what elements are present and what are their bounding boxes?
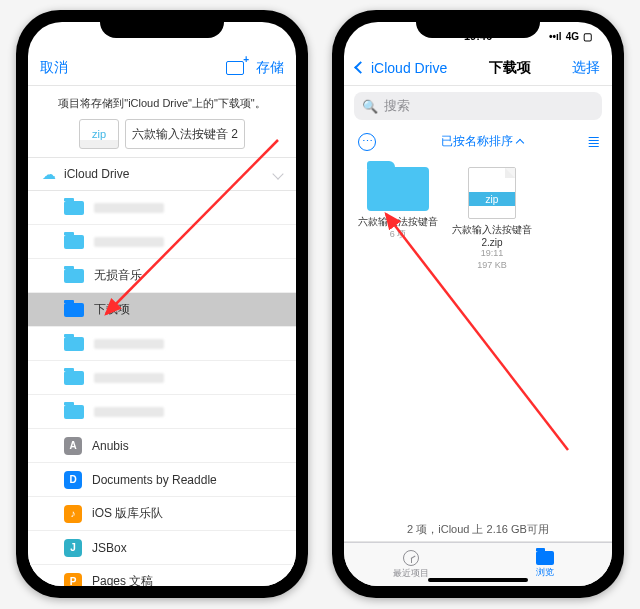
folder-row[interactable] — [28, 395, 296, 429]
save-button[interactable]: 存储 — [256, 59, 284, 77]
sort-toolbar: ⋯ 已按名称排序 ≣ — [344, 126, 612, 159]
folder-icon — [64, 201, 84, 215]
status-indicators: ••ıl 4G ▢ — [549, 31, 592, 42]
grid-folder[interactable]: 六款输入法按键音6 项 — [358, 167, 438, 241]
folder-icon — [64, 337, 84, 351]
search-input[interactable]: 🔍 搜索 — [354, 92, 602, 120]
search-placeholder: 搜索 — [384, 97, 410, 115]
sort-button[interactable]: 已按名称排序 — [441, 133, 523, 150]
folder-row[interactable] — [28, 191, 296, 225]
cloud-icon: ☁ — [42, 166, 56, 182]
back-button[interactable]: iCloud Drive — [356, 60, 447, 76]
app-icon: A — [64, 437, 82, 455]
row-label: 无损音乐 — [94, 267, 142, 284]
home-indicator — [428, 578, 528, 582]
zip-file-icon: zip — [468, 167, 516, 219]
storage-summary: 2 项，iCloud 上 2.16 GB可用 — [344, 516, 612, 542]
row-label — [94, 237, 164, 247]
new-folder-icon[interactable] — [226, 61, 244, 75]
folder-icon — [64, 303, 84, 317]
cancel-button[interactable]: 取消 — [40, 59, 68, 77]
sort-label-text: 已按名称排序 — [441, 133, 513, 150]
select-button[interactable]: 选择 — [572, 59, 600, 77]
folder-icon — [64, 235, 84, 249]
page-title: 下载项 — [447, 59, 572, 77]
phone-right: 19:46 ••ıl 4G ▢ iCloud Drive 下载项 选择 🔍 搜索… — [332, 10, 624, 598]
grid-file[interactable]: zip六款输入法按键音2.zip19:11197 KB — [452, 167, 532, 271]
file-preview-card: zip 六款输入法按键音 2 — [28, 119, 296, 157]
folder-icon — [536, 551, 554, 565]
screen-right: 19:46 ••ıl 4G ▢ iCloud Drive 下载项 选择 🔍 搜索… — [344, 22, 612, 586]
battery-icon: ▢ — [583, 31, 592, 42]
item-meta: 197 KB — [452, 260, 532, 272]
row-label: JSBox — [92, 541, 127, 555]
chevron-up-icon — [515, 138, 523, 146]
row-label — [94, 339, 164, 349]
folder-icon — [64, 405, 84, 419]
row-label: Documents by Readdle — [92, 473, 217, 487]
folder-row[interactable] — [28, 361, 296, 395]
more-options-icon[interactable]: ⋯ — [358, 133, 376, 151]
notch — [100, 22, 224, 38]
section-title: iCloud Drive — [64, 167, 129, 181]
app-icon: ♪ — [64, 505, 82, 523]
zip-band: zip — [469, 192, 515, 206]
folder-row[interactable] — [28, 225, 296, 259]
chevron-down-icon — [272, 168, 283, 179]
row-label: iOS 版库乐队 — [92, 505, 163, 522]
folder-icon — [64, 371, 84, 385]
network-label: 4G — [566, 31, 579, 42]
row-label — [94, 407, 164, 417]
row-label: 下载项 — [94, 301, 130, 318]
item-meta: 6 项 — [358, 229, 438, 241]
folder-row[interactable]: ♪iOS 版库乐队 — [28, 497, 296, 531]
nav-bar: 取消 存储 — [28, 50, 296, 86]
signal-icon: ••ıl — [549, 31, 562, 42]
save-destination-label: 项目将存储到"iCloud Drive"上的"下载项"。 — [28, 86, 296, 119]
folder-list[interactable]: 无损音乐下载项AAnubisDDocuments by Readdle♪iOS … — [28, 191, 296, 586]
item-name: 六款输入法按键音 — [358, 215, 438, 229]
screen-left: 取消 存储 项目将存储到"iCloud Drive"上的"下载项"。 zip 六… — [28, 22, 296, 586]
nav-bar: iCloud Drive 下载项 选择 — [344, 50, 612, 86]
back-label: iCloud Drive — [371, 60, 447, 76]
folder-row[interactable]: AAnubis — [28, 429, 296, 463]
app-icon: P — [64, 573, 82, 587]
item-name: 六款输入法按键音2.zip — [452, 223, 532, 248]
folder-row[interactable]: PPages 文稿 — [28, 565, 296, 586]
file-name-label: 六款输入法按键音 2 — [125, 119, 245, 149]
folder-icon — [367, 167, 429, 211]
row-label — [94, 373, 164, 383]
folder-row[interactable] — [28, 327, 296, 361]
tab-browse-label: 浏览 — [536, 566, 554, 579]
row-label: Pages 文稿 — [92, 573, 153, 586]
folder-row[interactable]: JJSBox — [28, 531, 296, 565]
tab-recent-label: 最近项目 — [393, 567, 429, 580]
search-icon: 🔍 — [362, 99, 378, 114]
folder-icon — [64, 269, 84, 283]
folder-row[interactable]: 无损音乐 — [28, 259, 296, 293]
clock-icon — [403, 550, 419, 566]
back-chevron-icon — [354, 61, 367, 74]
phone-left: 取消 存储 项目将存储到"iCloud Drive"上的"下载项"。 zip 六… — [16, 10, 308, 598]
icloud-drive-section[interactable]: ☁ iCloud Drive — [28, 157, 296, 191]
row-label: Anubis — [92, 439, 129, 453]
folder-row[interactable]: DDocuments by Readdle — [28, 463, 296, 497]
app-icon: D — [64, 471, 82, 489]
zip-icon: zip — [79, 119, 119, 149]
file-grid: 六款输入法按键音6 项zip六款输入法按键音2.zip19:11197 KB — [344, 159, 612, 279]
row-label — [94, 203, 164, 213]
notch — [416, 22, 540, 38]
app-icon: J — [64, 539, 82, 557]
list-view-icon[interactable]: ≣ — [587, 132, 598, 151]
item-meta: 19:11 — [452, 248, 532, 260]
folder-row[interactable]: 下载项 — [28, 293, 296, 327]
